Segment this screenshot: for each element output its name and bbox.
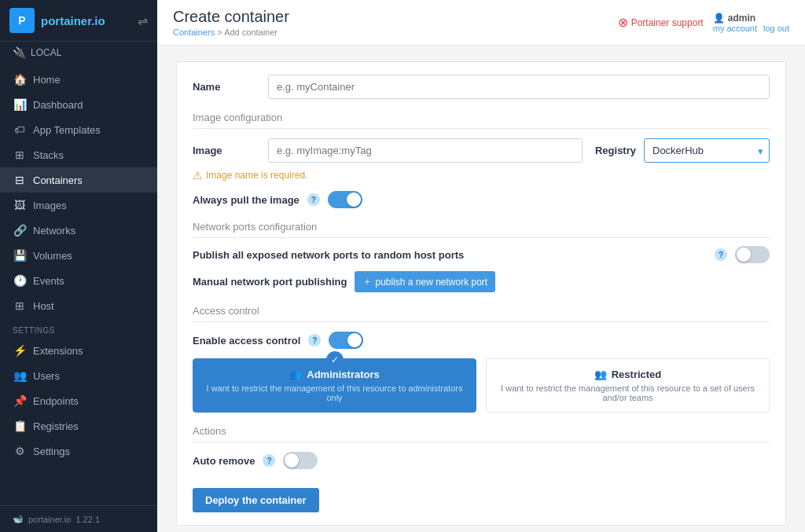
sidebar-item-networks[interactable]: 🔗 Networks <box>0 218 157 243</box>
enable-access-row: Enable access control ? <box>193 332 770 349</box>
sidebar-item-images-label: Images <box>33 200 67 211</box>
log-out-link[interactable]: log out <box>763 24 789 33</box>
breadcrumb-link[interactable]: Containers <box>173 28 215 37</box>
auto-remove-help-icon[interactable]: ? <box>263 454 275 467</box>
auto-remove-row: Auto remove ? <box>193 452 770 469</box>
sidebar-item-registries[interactable]: 📋 Registries <box>0 413 157 438</box>
add-port-label: publish a new network port <box>375 277 487 288</box>
home-icon: 🏠 <box>13 73 27 86</box>
registry-select[interactable]: DockerHub Quay.io Custom <box>644 138 770 163</box>
admin-links: my account log out <box>713 24 789 33</box>
sidebar-item-dashboard-label: Dashboard <box>33 99 83 111</box>
admins-card-title: 👥 Administrators <box>206 369 463 380</box>
admin-section: 👤 admin my account log out <box>713 13 789 33</box>
stacks-icon: ⊞ <box>13 149 27 161</box>
sidebar-item-host-label: Host <box>33 300 54 312</box>
sidebar-item-app-templates[interactable]: 🏷 App Templates <box>0 117 157 142</box>
header-right: ⊗ Portainer support 👤 admin my account l… <box>618 13 789 33</box>
publish-all-help-icon[interactable]: ? <box>715 248 727 261</box>
network-ports-title: Network ports configuration <box>193 221 770 238</box>
sidebar-item-containers-label: Containers <box>33 174 83 186</box>
page-title: Create container <box>173 8 289 26</box>
admins-card-desc: I want to restrict the management of thi… <box>206 383 463 402</box>
footer-logo-icon: 🐋 <box>13 514 24 524</box>
manual-port-label: Manual network port publishing <box>193 276 347 288</box>
my-account-link[interactable]: my account <box>713 24 757 33</box>
image-warning: ⚠ Image name is required. <box>193 169 770 182</box>
sidebar-item-stacks[interactable]: ⊞ Stacks <box>0 142 157 167</box>
sidebar-item-users[interactable]: 👥 Users <box>0 363 157 388</box>
sidebar-item-host[interactable]: ⊞ Host <box>0 293 157 318</box>
always-pull-help-icon[interactable]: ? <box>307 193 320 206</box>
sidebar-footer: 🐋 portainer.io 1.22.1 <box>0 505 157 532</box>
volumes-icon: 💾 <box>13 249 27 262</box>
sidebar-item-endpoints-label: Endpoints <box>33 395 79 407</box>
add-port-button[interactable]: ＋ publish a new network port <box>355 271 495 292</box>
manual-port-row: Manual network port publishing ＋ publish… <box>193 271 770 292</box>
deploy-button[interactable]: Deploy the container <box>193 488 319 512</box>
auto-remove-label: Auto remove <box>193 455 255 467</box>
actions-title: Actions <box>193 425 770 442</box>
sidebar-item-stacks-label: Stacks <box>33 149 64 161</box>
header-left: Create container Containers > Add contai… <box>173 8 289 37</box>
sidebar-item-dashboard[interactable]: 📊 Dashboard <box>0 92 157 117</box>
footer-version: portainer.io <box>28 515 71 524</box>
restricted-card[interactable]: 👥 Restricted I want to restrict the mana… <box>486 358 770 413</box>
enable-access-label: Enable access control <box>193 335 300 347</box>
enable-access-toggle[interactable] <box>329 332 363 349</box>
admins-icon: 👥 <box>289 369 302 380</box>
image-row: Image Registry DockerHub Quay.io Custom <box>193 138 770 163</box>
admin-label: admin <box>728 13 755 24</box>
sidebar-item-extensions-label: Extensions <box>33 345 83 357</box>
sidebar-item-home[interactable]: 🏠 Home <box>0 67 157 92</box>
image-label: Image <box>193 145 255 156</box>
sidebar-item-home-label: Home <box>33 74 61 86</box>
image-input-wrap <box>268 138 583 163</box>
images-icon: 🖼 <box>13 199 27 211</box>
page-header: Create container Containers > Add contai… <box>157 0 805 46</box>
breadcrumb: Containers > Add container <box>173 28 289 37</box>
warning-icon: ⚠ <box>193 169 203 182</box>
image-warning-text: Image name is required. <box>206 170 307 181</box>
access-cards: ✓ 👥 Administrators I want to restrict th… <box>193 358 770 413</box>
registry-label: Registry <box>595 145 636 156</box>
enable-access-help-icon[interactable]: ? <box>308 334 321 347</box>
sidebar-item-settings-label: Settings <box>33 446 70 457</box>
sidebar-item-networks-label: Networks <box>33 225 75 237</box>
sidebar-item-users-label: Users <box>33 370 60 382</box>
breadcrumb-current: Add container <box>224 28 278 37</box>
sidebar-item-volumes-label: Volumes <box>33 250 72 262</box>
image-input[interactable] <box>268 138 583 163</box>
users-icon: 👥 <box>13 369 27 382</box>
local-badge: 🔌 LOCAL <box>0 42 157 64</box>
support-button[interactable]: ⊗ Portainer support <box>618 15 704 30</box>
containers-icon: ⊟ <box>13 174 27 186</box>
logo-text: portainer.io <box>41 14 105 28</box>
always-pull-toggle[interactable] <box>328 191 362 208</box>
registry-select-wrap: DockerHub Quay.io Custom <box>644 138 770 163</box>
image-config-title: Image configuration <box>193 112 770 129</box>
sidebar-item-volumes[interactable]: 💾 Volumes <box>0 243 157 268</box>
sidebar-item-settings[interactable]: ⚙ Settings <box>0 438 157 464</box>
sidebar-item-extensions[interactable]: ⚡ Extensions <box>0 338 157 363</box>
sidebar-item-events[interactable]: 🕐 Events <box>0 268 157 293</box>
name-input[interactable] <box>268 75 770 99</box>
publish-all-row: Publish all exposed network ports to ran… <box>193 246 770 263</box>
app-templates-icon: 🏷 <box>13 123 27 136</box>
events-icon: 🕐 <box>13 274 27 287</box>
sidebar-item-app-templates-label: App Templates <box>33 124 101 136</box>
administrators-card[interactable]: ✓ 👥 Administrators I want to restrict th… <box>193 358 476 413</box>
extensions-icon: ⚡ <box>13 344 27 357</box>
sidebar-item-endpoints[interactable]: 📌 Endpoints <box>0 388 157 413</box>
sidebar: P portainer.io ⇌ 🔌 LOCAL 🏠 Home 📊 Dashbo… <box>0 0 157 532</box>
main-content: Create container Containers > Add contai… <box>157 0 805 532</box>
sidebar-item-containers[interactable]: ⊟ Containers <box>0 167 157 193</box>
add-port-icon: ＋ <box>362 275 372 288</box>
auto-remove-toggle[interactable] <box>283 452 318 469</box>
endpoints-icon: 📌 <box>13 394 27 407</box>
restricted-icon: 👥 <box>594 369 607 380</box>
publish-all-toggle[interactable] <box>735 246 770 263</box>
sidebar-item-images[interactable]: 🖼 Images <box>0 193 157 218</box>
logo-icon: P <box>9 8 35 33</box>
host-icon: ⊞ <box>13 299 27 312</box>
